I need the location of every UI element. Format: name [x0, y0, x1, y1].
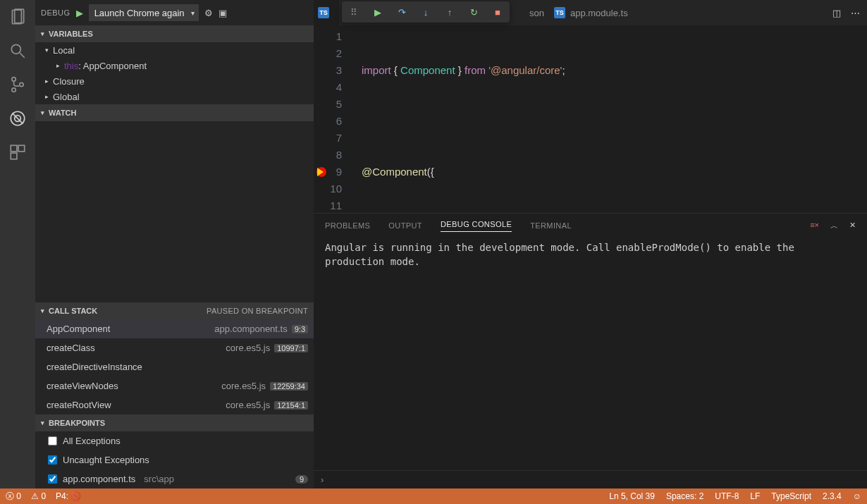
debug-toolbar: ⠿ ▶ ↷ ↓ ↑ ↻ ■ — [342, 1, 510, 23]
sidebar-title: DEBUG — [41, 8, 70, 17]
typescript-icon: TS — [318, 7, 329, 18]
status-eol[interactable]: LF — [750, 491, 760, 501]
restart-button[interactable]: ↻ — [466, 4, 481, 20]
drag-handle-icon[interactable]: ⠿ — [346, 4, 362, 20]
svg-rect-0 — [12, 10, 21, 24]
tab-debug-console[interactable]: DEBUG CONSOLE — [441, 220, 512, 232]
step-into-button[interactable]: ↓ — [418, 4, 434, 20]
var-this[interactable]: ▸this: AppComponent — [35, 58, 314, 73]
stack-frame[interactable]: createClasscore.es5.js10997:1 — [35, 338, 314, 357]
status-p4[interactable]: P4: 🚫 — [56, 491, 81, 501]
extensions-icon[interactable] — [8, 142, 27, 162]
status-bar: ⓧ 0 ⚠ 0 P4: 🚫 Ln 5, Col 39 Spaces: 2 UTF… — [0, 488, 867, 504]
line-gutter: 12345678 9 1011 — [314, 28, 355, 213]
callstack-header[interactable]: ▾CALL STACKPAUSED ON BREAKPOINT — [35, 302, 314, 319]
search-icon[interactable] — [8, 41, 27, 61]
breakpoints-header[interactable]: ▾BREAKPOINTS — [35, 414, 314, 431]
scope-global[interactable]: ▸Global — [35, 89, 314, 104]
status-feedback-icon[interactable]: ☺ — [853, 491, 861, 501]
svg-point-4 — [12, 78, 16, 81]
typescript-icon: TS — [554, 7, 565, 18]
bottom-panel: PROBLEMS OUTPUT DEBUG CONSOLE TERMINAL ≡… — [314, 213, 867, 488]
status-warnings[interactable]: ⚠ 0 — [31, 491, 46, 501]
svg-rect-12 — [11, 153, 17, 159]
svg-rect-11 — [18, 145, 25, 152]
activity-bar — [0, 0, 35, 488]
svg-rect-10 — [11, 145, 17, 152]
clear-console-icon[interactable]: ≡× — [810, 221, 819, 231]
close-panel-icon[interactable]: ✕ — [849, 221, 856, 231]
scm-icon[interactable] — [8, 75, 27, 94]
svg-point-5 — [12, 88, 16, 92]
split-editor-icon[interactable]: ◫ — [832, 8, 841, 18]
stack-frame[interactable]: createRootViewcore.es5.js12154:1 — [35, 395, 314, 414]
scope-closure[interactable]: ▸Closure — [35, 73, 314, 89]
editor-tab[interactable]: TSapp.module.ts — [544, 0, 638, 25]
more-icon[interactable]: ⋯ — [851, 8, 860, 18]
debug-console-input[interactable]: › — [314, 470, 867, 488]
status-encoding[interactable]: UTF-8 — [715, 491, 739, 501]
svg-point-6 — [20, 82, 23, 86]
bp-uncaught-exceptions[interactable]: Uncaught Exceptions — [35, 450, 314, 469]
tab-output[interactable]: OUTPUT — [388, 221, 422, 230]
debug-sidebar: DEBUG ▶ Launch Chrome again ⚙ ▣ ▾VARIABL… — [35, 0, 314, 488]
editor-tabbar: TS ⠿ ▶ ↷ ↓ ↑ ↻ ■ son TSapp.module.ts ◫ ⋯ — [314, 0, 867, 25]
debug-console-output: Angular is running in the development mo… — [314, 238, 867, 470]
svg-line-3 — [20, 53, 25, 58]
debug-icon[interactable] — [8, 109, 27, 128]
stack-frame[interactable]: AppComponentapp.component.ts9:3 — [35, 319, 314, 338]
variables-header[interactable]: ▾VARIABLES — [35, 25, 314, 42]
step-over-button[interactable]: ↷ — [394, 4, 410, 20]
execution-pointer-icon — [317, 168, 324, 176]
stop-button[interactable]: ■ — [490, 4, 505, 20]
step-out-button[interactable]: ↑ — [442, 4, 457, 20]
collapse-panel-icon[interactable]: ︿ — [830, 221, 838, 231]
tab-terminal[interactable]: TERMINAL — [530, 221, 572, 230]
status-indent[interactable]: Spaces: 2 — [666, 491, 703, 501]
debug-config-select[interactable]: Launch Chrome again — [89, 4, 199, 21]
stack-frame[interactable]: createViewNodescore.es5.js12259:34 — [35, 376, 314, 395]
start-debug-button[interactable]: ▶ — [76, 8, 83, 18]
status-errors[interactable]: ⓧ 0 — [6, 491, 21, 503]
bp-all-exceptions[interactable]: All Exceptions — [35, 431, 314, 450]
status-cursor-pos[interactable]: Ln 5, Col 39 — [609, 491, 655, 501]
status-language[interactable]: TypeScript — [771, 491, 811, 501]
tab-partial: son — [529, 8, 544, 18]
tab-problems[interactable]: PROBLEMS — [325, 221, 370, 230]
bp-checkbox[interactable] — [48, 474, 57, 484]
svg-rect-1 — [15, 9, 24, 23]
scope-local[interactable]: ▾Local — [35, 42, 314, 58]
bp-checkbox[interactable] — [48, 455, 57, 465]
status-ts-version[interactable]: 2.3.4 — [823, 491, 842, 501]
svg-line-8 — [12, 113, 23, 123]
stack-frame[interactable]: createDirectiveInstance — [35, 357, 314, 376]
bp-file[interactable]: app.component.tssrc\app9 — [35, 469, 314, 488]
explorer-icon[interactable] — [8, 7, 27, 27]
editor-tab-active[interactable]: TS — [314, 0, 339, 25]
svg-point-2 — [11, 44, 20, 54]
bp-checkbox[interactable] — [48, 436, 57, 445]
debug-console-icon[interactable]: ▣ — [219, 8, 227, 18]
continue-button[interactable]: ▶ — [370, 4, 386, 20]
code-editor[interactable]: 12345678 9 1011 import { Component } fro… — [314, 25, 867, 213]
watch-header[interactable]: ▾WATCH — [35, 104, 314, 121]
gear-icon[interactable]: ⚙ — [204, 8, 213, 18]
